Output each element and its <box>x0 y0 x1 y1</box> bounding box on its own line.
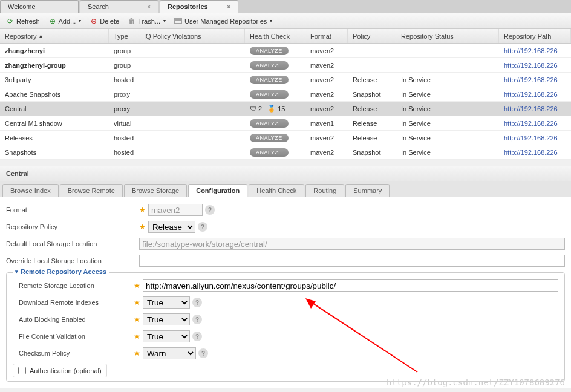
repo-path-link[interactable]: http://192.168.226 <box>504 105 558 113</box>
top-tab-welcome[interactable]: Welcome <box>0 0 79 13</box>
help-icon[interactable]: ? <box>198 222 207 232</box>
cell-format: maven2 <box>305 103 348 115</box>
auth-fieldset[interactable]: Authentication (optional) <box>13 364 107 377</box>
policy-select[interactable]: Release <box>148 221 195 233</box>
trash-button[interactable]: 🗑 Trash... ▾ <box>125 16 168 27</box>
medal-icon: 🏅 <box>267 105 276 113</box>
cell-iq <box>139 77 245 82</box>
override-storage-label: Override Local Storage Location <box>6 257 139 264</box>
col-status[interactable]: Repository Status <box>396 29 499 43</box>
col-type[interactable]: Type <box>109 29 139 43</box>
cell-health: ANALYZE <box>245 44 305 57</box>
cell-status: In Service <box>396 103 499 115</box>
tab-browse-index[interactable]: Browse Index <box>2 184 59 197</box>
analyze-button[interactable]: ANALYZE <box>250 61 289 70</box>
col-path[interactable]: Repository Path <box>499 29 571 43</box>
top-tabs: WelcomeSearch×Repositories× <box>0 0 571 13</box>
close-icon[interactable]: × <box>227 4 230 10</box>
analyze-button[interactable]: ANALYZE <box>250 148 289 157</box>
download-indexes-label: Download Remote Indexes <box>13 299 134 306</box>
cell-type: group <box>109 45 139 57</box>
delete-button[interactable]: ⊖ Delete <box>87 16 122 27</box>
cell-format: maven1 <box>305 117 348 129</box>
cell-status: In Service <box>396 88 499 100</box>
analyze-button[interactable]: ANALYZE <box>250 90 289 99</box>
cell-type: proxy <box>109 88 139 100</box>
cell-format: maven2 <box>305 88 348 100</box>
grid-header: Repository▲ Type IQ Policy Violations He… <box>0 29 571 44</box>
cell-health: ANALYZE <box>245 117 305 130</box>
detail-tabs: Browse IndexBrowse RemoteBrowse StorageC… <box>0 181 571 197</box>
cell-type: virtual <box>109 117 139 129</box>
table-row[interactable]: zhangzhenyi-groupgroupANALYZEmaven2http:… <box>0 58 571 73</box>
repo-path-link[interactable]: http://192.168.226 <box>504 91 558 98</box>
tab-browse-remote[interactable]: Browse Remote <box>60 184 123 197</box>
help-icon[interactable]: ? <box>205 205 215 215</box>
table-row[interactable]: Apache SnapshotsproxyANALYZEmaven2Snapsh… <box>0 87 571 102</box>
tab-summary[interactable]: Summary <box>345 184 390 197</box>
auto-blocking-select[interactable]: True <box>143 313 190 325</box>
repo-path-link[interactable]: http://192.168.226 <box>504 134 558 142</box>
cell-format: maven2 <box>305 59 348 71</box>
repo-path-link[interactable]: http://192.168.226 <box>504 47 558 54</box>
repo-path-link[interactable]: http://192.168.226 <box>504 120 558 127</box>
cell-iq <box>139 106 245 111</box>
repo-path-link[interactable]: http://192.168.226 <box>504 149 558 156</box>
shield-icon: 🛡 <box>250 105 256 113</box>
tab-configuration[interactable]: Configuration <box>188 184 247 197</box>
table-row[interactable]: Centralproxy🛡2 🏅15maven2ReleaseIn Servic… <box>0 102 571 116</box>
refresh-button[interactable]: ⟳ Refresh <box>4 16 42 27</box>
add-button[interactable]: ⊕ Add... ▾ <box>46 16 84 27</box>
col-policy[interactable]: Policy <box>348 29 396 43</box>
help-icon[interactable]: ? <box>192 298 202 307</box>
table-row[interactable]: 3rd partyhostedANALYZEmaven2ReleaseIn Se… <box>0 73 571 87</box>
tab-health-check[interactable]: Health Check <box>249 184 304 197</box>
auth-checkbox[interactable] <box>18 367 26 374</box>
remote-location-field[interactable] <box>143 279 558 292</box>
col-repository[interactable]: Repository▲ <box>0 29 109 43</box>
checksum-select[interactable]: Warn <box>143 347 196 359</box>
table-row[interactable]: Central M1 shadowvirtualANALYZEmaven1Rel… <box>0 116 571 131</box>
col-iq[interactable]: IQ Policy Violations <box>139 29 245 43</box>
cell-health: 🛡2 🏅15 <box>245 102 305 115</box>
cell-status: In Service <box>396 132 499 144</box>
cell-iq <box>139 150 245 155</box>
analyze-button[interactable]: ANALYZE <box>250 134 289 142</box>
top-tab-search[interactable]: Search× <box>80 0 158 13</box>
table-row[interactable]: zhangzhenyigroupANALYZEmaven2http://192.… <box>0 44 571 58</box>
analyze-button[interactable]: ANALYZE <box>250 119 289 128</box>
user-managed-button[interactable]: User Managed Repositories ▾ <box>172 16 275 27</box>
close-icon[interactable]: × <box>147 4 151 10</box>
override-storage-field[interactable] <box>139 255 565 267</box>
cell-status: In Service <box>396 74 499 86</box>
file-validation-select[interactable]: True <box>143 330 190 342</box>
repo-path-link[interactable]: http://192.168.226 <box>504 76 558 83</box>
col-format[interactable]: Format <box>305 29 348 43</box>
remote-access-title[interactable]: ▾ Remote Repository Access <box>13 268 109 275</box>
analyze-button[interactable]: ANALYZE <box>250 76 289 84</box>
download-indexes-select[interactable]: True <box>143 296 190 309</box>
top-tab-repositories[interactable]: Repositories× <box>160 0 238 13</box>
cell-policy: Release <box>348 117 396 129</box>
tab-browse-storage[interactable]: Browse Storage <box>124 184 187 197</box>
help-icon[interactable]: ? <box>192 332 202 341</box>
add-icon: ⊕ <box>48 17 57 25</box>
cell-policy: Release <box>348 132 396 144</box>
cell-status <box>396 48 499 53</box>
repo-path-link[interactable]: http://192.168.226 <box>504 62 558 69</box>
col-health[interactable]: Health Check <box>245 29 305 43</box>
analyze-button[interactable]: ANALYZE <box>250 47 289 55</box>
trash-label: Trash... <box>138 18 160 25</box>
help-icon[interactable]: ? <box>198 348 208 358</box>
cell-health: ANALYZE <box>245 88 305 101</box>
cell-health: ANALYZE <box>245 59 305 72</box>
cell-status <box>396 63 499 68</box>
cell-type: hosted <box>109 74 139 86</box>
cell-iq <box>139 63 245 68</box>
tab-routing[interactable]: Routing <box>305 184 344 197</box>
help-icon[interactable]: ? <box>192 315 202 324</box>
cell-type: hosted <box>109 132 139 144</box>
user-managed-label: User Managed Repositories <box>184 18 267 25</box>
table-row[interactable]: SnapshotshostedANALYZEmaven2SnapshotIn S… <box>0 145 571 160</box>
table-row[interactable]: ReleaseshostedANALYZEmaven2ReleaseIn Ser… <box>0 131 571 145</box>
